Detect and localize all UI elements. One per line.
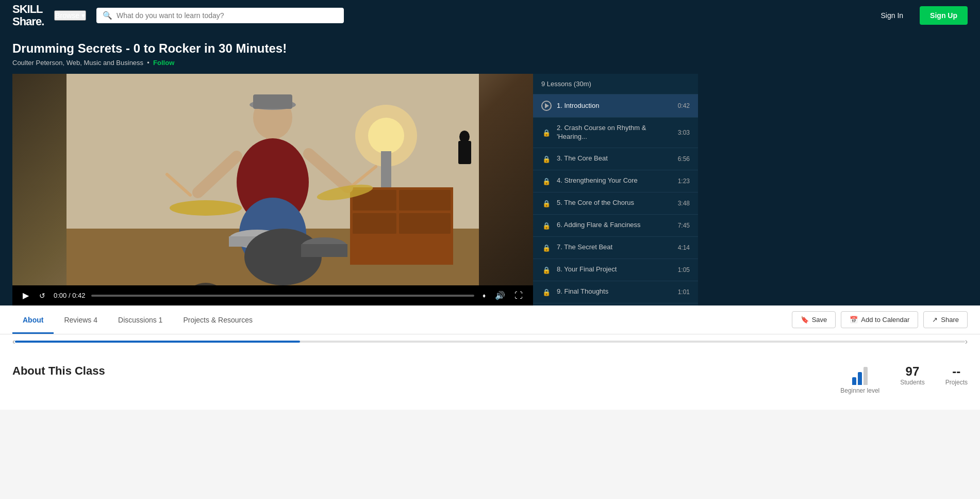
lock-icon: 🔒 bbox=[542, 266, 551, 274]
lesson-list: 9 Lessons (30m) 1. Introduction0:42🔒2. C… bbox=[533, 74, 698, 305]
video-frame bbox=[67, 74, 479, 285]
lock-icon: 🔒 bbox=[542, 244, 551, 252]
svg-rect-11 bbox=[399, 213, 451, 234]
lesson-duration: 1:05 bbox=[678, 266, 690, 273]
play-triangle-icon bbox=[545, 103, 549, 108]
lesson-item[interactable]: 🔒2. Crash Course on Rhythm & 'Hearing...… bbox=[533, 118, 698, 148]
logo[interactable]: SKILL Share. bbox=[12, 3, 44, 28]
cc-button[interactable]: ♦ bbox=[480, 291, 488, 300]
scroll-thumb bbox=[15, 341, 300, 343]
lesson-item[interactable]: 🔒3. The Core Beat6:56 bbox=[533, 148, 698, 170]
tab-projects[interactable]: Projects & Resources bbox=[173, 305, 263, 334]
video-thumbnail bbox=[12, 74, 533, 285]
students-label: Students bbox=[900, 379, 924, 386]
lesson-name: 6. Adding Flare & Fanciness bbox=[557, 221, 673, 230]
calendar-button[interactable]: 📅 Add to Calendar bbox=[841, 311, 918, 328]
search-input[interactable] bbox=[117, 11, 338, 20]
lessons-header: 9 Lessons (30m) bbox=[533, 74, 698, 94]
svg-rect-9 bbox=[399, 190, 451, 211]
replay-icon: ↺ bbox=[39, 292, 45, 300]
navbar: SKILL Share. Browse ▾ 🔍 Sign In Sign Up bbox=[0, 0, 980, 31]
lock-icon: 🔒 bbox=[542, 200, 551, 207]
lesson-duration: 6:56 bbox=[678, 155, 690, 163]
lesson-item[interactable]: 🔒6. Adding Flare & Fanciness7:45 bbox=[533, 215, 698, 237]
lesson-duration: 1:01 bbox=[678, 288, 690, 296]
lesson-item[interactable]: 🔒9. Final Thoughts1:01 bbox=[533, 281, 698, 303]
play-icon: ▶ bbox=[23, 291, 29, 300]
bar-1 bbox=[852, 377, 856, 385]
share-button[interactable]: ↗ Share bbox=[923, 311, 968, 328]
about-title: About This Class bbox=[12, 364, 820, 378]
fullscreen-button[interactable]: ⛶ bbox=[512, 290, 525, 301]
lesson-item[interactable]: 🔒4. Strengthening Your Core1:23 bbox=[533, 170, 698, 192]
share-icon: ↗ bbox=[932, 316, 938, 324]
chevron-down-icon: ▾ bbox=[81, 11, 85, 20]
lesson-duration: 3:03 bbox=[678, 129, 690, 136]
signin-button[interactable]: Sign In bbox=[875, 7, 910, 24]
search-bar: 🔍 bbox=[96, 8, 344, 23]
cc-icon: ♦ bbox=[483, 292, 486, 299]
tabs-section: AboutReviews 4Discussions 1Projects & Re… bbox=[0, 305, 980, 334]
lesson-item[interactable]: 🔒5. The Core of the Chorus3:48 bbox=[533, 192, 698, 215]
calendar-icon: 📅 bbox=[850, 316, 858, 324]
projects-dashes: -- bbox=[945, 364, 968, 379]
hero-section: Drumming Secrets - 0 to Rocker in 30 Min… bbox=[0, 31, 980, 305]
scroll-indicator: ‹ › bbox=[0, 334, 980, 349]
play-button[interactable]: ▶ bbox=[21, 289, 31, 301]
lock-icon: 🔒 bbox=[542, 222, 551, 230]
fullscreen-icon: ⛶ bbox=[514, 291, 523, 300]
lock-icon: 🔒 bbox=[542, 155, 551, 163]
progress-bar[interactable] bbox=[91, 295, 474, 297]
course-author: Coulter Peterson, Web, Music and Busines… bbox=[12, 59, 968, 67]
stat-projects: -- Projects bbox=[945, 364, 968, 386]
play-circle-icon bbox=[541, 101, 552, 111]
replay-button[interactable]: ↺ bbox=[37, 291, 47, 301]
level-chart bbox=[850, 364, 870, 385]
lesson-item[interactable]: 1. Introduction0:42 bbox=[533, 94, 698, 118]
stat-level: Beginner level bbox=[840, 364, 879, 394]
lesson-duration: 3:48 bbox=[678, 200, 690, 207]
bar-2 bbox=[858, 372, 862, 385]
projects-label: Projects bbox=[945, 379, 968, 386]
lesson-item[interactable]: 🔒7. The Secret Beat4:14 bbox=[533, 237, 698, 259]
signup-button[interactable]: Sign Up bbox=[920, 6, 968, 25]
browse-menu[interactable]: Browse ▾ bbox=[54, 10, 86, 21]
tab-about[interactable]: About bbox=[12, 305, 54, 334]
bookmark-icon: 🔖 bbox=[801, 316, 809, 324]
time-display: 0:00 / 0:42 bbox=[54, 292, 85, 299]
lesson-duration: 7:45 bbox=[678, 222, 690, 229]
scroll-track[interactable] bbox=[15, 341, 965, 343]
students-count: 97 bbox=[900, 364, 924, 379]
course-title: Drumming Secrets - 0 to Rocker in 30 Min… bbox=[12, 41, 968, 56]
about-main: About This Class bbox=[12, 364, 820, 394]
lesson-duration: 0:42 bbox=[678, 102, 690, 109]
tab-discussions[interactable]: Discussions 1 bbox=[108, 305, 173, 334]
lesson-name: 5. The Core of the Chorus bbox=[557, 199, 673, 207]
lock-icon: 🔒 bbox=[542, 288, 551, 296]
tab-actions: 🔖 Save 📅 Add to Calendar ↗ Share bbox=[792, 311, 968, 328]
volume-button[interactable]: 🔊 bbox=[493, 289, 507, 301]
lessons-container: 1. Introduction0:42🔒2. Crash Course on R… bbox=[533, 94, 698, 303]
lesson-name: 9. Final Thoughts bbox=[557, 287, 673, 296]
svg-rect-28 bbox=[301, 244, 347, 257]
lock-icon: 🔒 bbox=[542, 129, 551, 137]
lesson-item[interactable]: 🔒8. Your Final Project1:05 bbox=[533, 259, 698, 281]
lesson-name: 7. The Secret Beat bbox=[557, 243, 673, 252]
lesson-name: 1. Introduction bbox=[557, 102, 673, 110]
save-button[interactable]: 🔖 Save bbox=[792, 311, 836, 328]
about-section: About This Class Beginner level 97 Stude… bbox=[0, 349, 980, 410]
lesson-name: 2. Crash Course on Rhythm & 'Hearing... bbox=[557, 124, 673, 141]
lesson-duration: 4:14 bbox=[678, 244, 690, 251]
tab-reviews[interactable]: Reviews 4 bbox=[54, 305, 108, 334]
browse-label: Browse bbox=[55, 11, 79, 20]
bar-3 bbox=[863, 367, 868, 385]
scroll-right-button[interactable]: › bbox=[965, 336, 968, 347]
stat-students: 97 Students bbox=[900, 364, 924, 386]
right-controls: ♦ 🔊 ⛶ bbox=[480, 289, 525, 301]
follow-link[interactable]: Follow bbox=[153, 59, 174, 67]
video-player: ▶ ↺ 0:00 / 0:42 ♦ 🔊 ⛶ bbox=[12, 74, 533, 305]
content-area: ▶ ↺ 0:00 / 0:42 ♦ 🔊 ⛶ bbox=[12, 74, 968, 305]
svg-rect-10 bbox=[353, 213, 396, 234]
svg-point-4 bbox=[368, 118, 404, 154]
lesson-name: 4. Strengthening Your Core bbox=[557, 176, 673, 185]
